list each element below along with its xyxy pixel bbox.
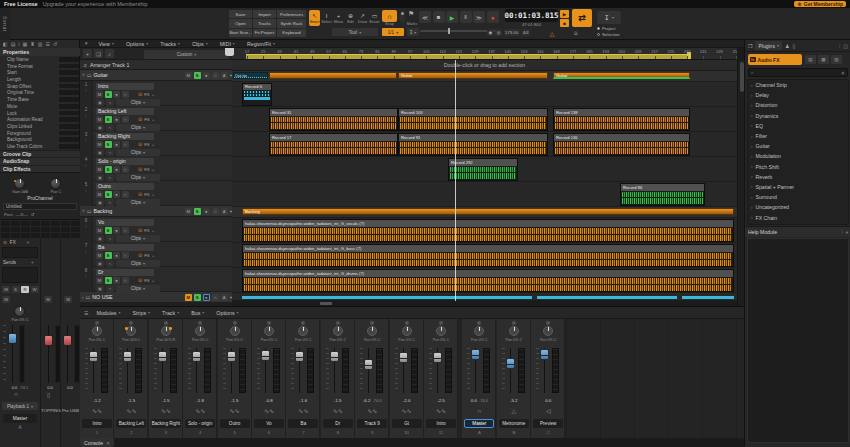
add-fx-icon[interactable]: + [152, 228, 155, 233]
add-fx-icon[interactable]: + [152, 117, 155, 122]
filter-instruments-button[interactable]: ▤ [805, 55, 816, 64]
pan-knob[interactable] [92, 326, 102, 336]
console-menu-track[interactable]: Track [162, 310, 179, 316]
solo-button[interactable]: S [105, 166, 112, 173]
close-console-icon[interactable]: ✕ [106, 440, 110, 446]
automation-lane-icon[interactable]: ∿ [106, 149, 114, 156]
pan-knob[interactable] [126, 326, 136, 336]
clips-dropdown[interactable]: Clips [116, 199, 160, 206]
pan-knob[interactable] [230, 326, 240, 336]
pan-knob[interactable] [161, 326, 171, 336]
tool-dropdown[interactable]: Tool [332, 28, 378, 36]
more-icon[interactable]: ⁞ [839, 43, 840, 49]
automation-lane-icon[interactable]: ∿ [106, 260, 114, 267]
lane-backing-summary[interactable]: Backing [232, 207, 737, 218]
lane-outro[interactable]: Record 86 [232, 182, 737, 207]
category-modulation[interactable]: ›Modulation [748, 151, 848, 161]
category-eq[interactable]: ›EQ [748, 121, 848, 131]
menu-midi[interactable]: MIDI [220, 41, 235, 47]
summary-clip[interactable]: Guitar [553, 72, 690, 79]
file-button-keyboard[interactable]: Keyboard [277, 29, 306, 37]
track-name-button[interactable]: Outro [96, 183, 154, 191]
pan-knob[interactable] [436, 326, 446, 336]
tool-smart[interactable]: ↖Smart [309, 10, 320, 26]
lane-solo-origin[interactable]: Record 292 [232, 157, 737, 182]
property-value-field[interactable] [59, 97, 79, 102]
muted-clip-strip[interactable] [682, 296, 734, 299]
track-name-button[interactable]: Intro [96, 83, 154, 91]
duplicate-track-button[interactable]: ❏ [94, 49, 103, 58]
punch-out-button[interactable]: ■ [560, 19, 569, 27]
summary-audio-clip[interactable]: Out tw [233, 72, 268, 79]
mute-button[interactable]: M [96, 141, 103, 148]
strip-name-button[interactable]: Ba [288, 419, 318, 428]
mute-button[interactable]: M [96, 227, 103, 234]
vscroll-handle[interactable] [740, 62, 744, 92]
write-button[interactable]: W [31, 286, 39, 293]
drag-handle[interactable]: ≡ [80, 189, 92, 193]
record-arm-button[interactable]: ● [203, 294, 210, 301]
monitor-button[interactable]: ∩ [122, 91, 129, 98]
folder-row-backing[interactable]: ˅▭BackingMS●∩A▾ [80, 206, 232, 217]
track-tab-icon[interactable]: ▤ [11, 41, 16, 47]
category-reverb[interactable]: ›Reverb [748, 172, 848, 182]
pan-knob[interactable] [195, 326, 205, 336]
automation-button[interactable]: A [221, 294, 228, 301]
mute-button-bus1[interactable]: M [44, 296, 52, 303]
fx-power-icon[interactable]: ⊙ [138, 191, 142, 197]
lane-ba[interactable]: hakai-shounenso-dsyncopathe-widen_tadata… [232, 243, 737, 268]
output-dropdown[interactable]: Playback 1 [2, 402, 38, 410]
play-button[interactable]: ▶ [446, 11, 458, 23]
arranger-track-row[interactable]: ♫ Arranger Track 1 [80, 60, 232, 70]
audio-clip[interactable]: Record 136 [553, 133, 690, 156]
clip-lane-icon[interactable]: ▣ [96, 149, 104, 156]
track-name-button[interactable]: Backing Left [96, 108, 154, 116]
category-filter[interactable]: ›Filter [748, 131, 848, 141]
automation-lane-icon[interactable]: ∿ [106, 199, 114, 206]
tempo-value[interactable]: 173.00 [504, 29, 520, 36]
automation-button[interactable]: A [221, 72, 228, 79]
fx-power-icon[interactable]: ⊙ [138, 116, 142, 122]
console-tab[interactable]: Console ✕ [80, 438, 114, 447]
sends-bin[interactable] [2, 267, 38, 283]
lane-backing-right[interactable]: Record 17Record 91Record 136 [232, 132, 737, 157]
record-arm-button[interactable]: ● [113, 227, 120, 234]
track-name-button[interactable]: Dr [96, 269, 154, 277]
clip-lane-icon[interactable]: ▣ [96, 260, 104, 267]
filter-midi-button[interactable]: ▥ [831, 55, 842, 64]
strip-name-button[interactable]: Preview [533, 419, 563, 428]
audio-clip[interactable]: Record 17 [269, 133, 398, 156]
power-icon[interactable]: ↺ [31, 212, 35, 217]
fader-handle[interactable] [540, 349, 549, 360]
help-module-header[interactable]: Help Module ⁞▾ [745, 226, 850, 237]
property-value-field[interactable] [59, 70, 79, 75]
automation-lane-icon[interactable]: ∿ [106, 99, 114, 106]
playhead-marker[interactable] [225, 48, 234, 56]
fx-power-icon[interactable]: ⊙ [138, 252, 142, 258]
master-assign-button[interactable]: Master [3, 414, 37, 423]
audio-clip[interactable]: hakai-shounenso-dsyncopathe-widen_tadata… [242, 269, 734, 292]
monitor-button[interactable]: ∩ [122, 277, 129, 284]
fader-handle[interactable] [433, 352, 442, 363]
pause-button[interactable]: ‖ [460, 11, 472, 23]
export-button[interactable]: ↧ [597, 11, 621, 24]
hscroll-handle[interactable] [320, 302, 332, 305]
muted-clip-strip[interactable] [242, 296, 532, 299]
menu-tracks[interactable]: Tracks [160, 41, 180, 47]
add-fx-icon[interactable]: + [152, 192, 155, 197]
solo-button[interactable]: S [105, 252, 112, 259]
mute-button[interactable]: M [96, 191, 103, 198]
drag-handle[interactable]: ≡ [80, 114, 92, 118]
track-row-dr[interactable]: 8≡DrMS●∩⊙FX+▣∿Clips [80, 267, 232, 292]
clips-dropdown[interactable]: Clips [116, 285, 160, 292]
mute-button-2[interactable]: M [2, 296, 10, 303]
help-more-icon[interactable]: ⁞ [841, 230, 842, 235]
fader-handle[interactable] [364, 359, 373, 370]
fx-bin[interactable] [2, 247, 38, 258]
strip-name-button[interactable]: Intro [426, 419, 456, 428]
strip-name-button[interactable]: Vo [254, 419, 284, 428]
monitor-button[interactable]: ∩ [122, 141, 129, 148]
marks-flag-icon[interactable]: ⚑ [408, 10, 414, 18]
clips-dropdown[interactable]: Clips [116, 235, 160, 242]
track-name-button[interactable]: Backing Right [96, 133, 154, 141]
